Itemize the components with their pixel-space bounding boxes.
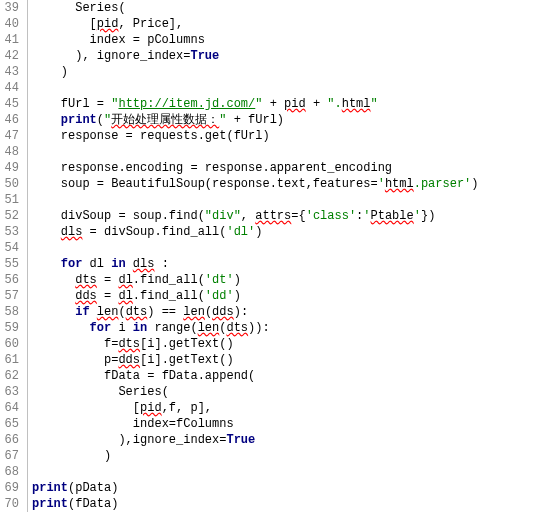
line-number: 65 [4, 416, 19, 432]
code-token: ' [414, 209, 421, 223]
code-token: response = requests.get(fUrl) [61, 129, 270, 143]
code-token: index=fColumns [133, 417, 234, 431]
code-token: [ [133, 401, 140, 415]
code-token: dds [118, 353, 140, 367]
line-number: 58 [4, 304, 19, 320]
code-line[interactable] [32, 80, 541, 96]
line-number: 55 [4, 256, 19, 272]
code-line[interactable]: dls = divSoup.find_all('dl') [32, 224, 541, 240]
code-token: for [90, 321, 112, 335]
line-number: 61 [4, 352, 19, 368]
code-token: dts [75, 273, 97, 287]
code-token: fUrl = [61, 97, 111, 111]
code-line[interactable]: ) [32, 448, 541, 464]
code-token: ),ignore_index= [118, 433, 226, 447]
code-token: = [97, 273, 119, 287]
code-token: ' [363, 209, 370, 223]
code-line[interactable]: for i in range(len(dts)): [32, 320, 541, 336]
code-token: , Price], [118, 17, 183, 31]
code-token: dts [118, 337, 140, 351]
line-number-gutter: 3940414243444546474849505152535455565758… [0, 0, 28, 512]
code-line[interactable]: p=dds[i].getText() [32, 352, 541, 368]
code-token: dts [226, 321, 248, 335]
code-line[interactable]: dds = dl.find_all('dd') [32, 288, 541, 304]
code-line[interactable] [32, 144, 541, 160]
code-line[interactable]: f=dts[i].getText() [32, 336, 541, 352]
code-token: if [75, 305, 89, 319]
code-token: Series( [75, 1, 125, 15]
code-token: in [111, 257, 125, 271]
code-line[interactable]: print("开始处理属性数据：" + fUrl) [32, 112, 541, 128]
code-line[interactable]: dts = dl.find_all('dt') [32, 272, 541, 288]
code-line[interactable]: ) [32, 64, 541, 80]
code-token: in [133, 321, 147, 335]
line-number: 41 [4, 32, 19, 48]
line-number: 69 [4, 480, 19, 496]
code-line[interactable] [32, 192, 541, 208]
code-token: .find_all( [133, 289, 205, 303]
code-line[interactable] [32, 240, 541, 256]
code-token: ( [205, 305, 212, 319]
code-token: dds [212, 305, 234, 319]
code-line[interactable]: fData = fData.append( [32, 368, 541, 384]
code-line[interactable]: if len(dts) == len(dds): [32, 304, 541, 320]
code-token: 'dt' [205, 273, 234, 287]
code-line[interactable]: soup = BeautifulSoup(response.text,featu… [32, 176, 541, 192]
code-token: 'dl' [226, 225, 255, 239]
line-number: 44 [4, 80, 19, 96]
code-token: dts [126, 305, 148, 319]
code-line[interactable]: print(pData) [32, 480, 541, 496]
code-token: ( [118, 305, 125, 319]
line-number: 47 [4, 128, 19, 144]
code-line[interactable]: fUrl = "http://item.jd.com/" + pid + ".h… [32, 96, 541, 112]
code-line[interactable]: [pid,f, p], [32, 400, 541, 416]
code-token: ) [234, 273, 241, 287]
code-token: [i].getText() [140, 353, 234, 367]
code-line[interactable]: response = requests.get(fUrl) [32, 128, 541, 144]
code-token: }) [421, 209, 435, 223]
code-line[interactable]: index=fColumns [32, 416, 541, 432]
line-number: 63 [4, 384, 19, 400]
line-number: 67 [4, 448, 19, 464]
code-token: 开始处理属性数据： [111, 113, 219, 127]
code-token: [ [90, 17, 97, 31]
code-line[interactable]: print(fData) [32, 496, 541, 512]
line-number: 70 [4, 496, 19, 512]
code-line[interactable]: Series( [32, 384, 541, 400]
code-line[interactable]: [pid, Price], [32, 16, 541, 32]
code-line[interactable]: Series( [32, 0, 541, 16]
code-line[interactable]: for dl in dls : [32, 256, 541, 272]
code-editor-area[interactable]: Series( [pid, Price], index = pColumns )… [28, 0, 541, 512]
code-line[interactable]: divSoup = soup.find("div", attrs={'class… [32, 208, 541, 224]
code-line[interactable]: ), ignore_index=True [32, 48, 541, 64]
code-token: ={ [291, 209, 305, 223]
line-number: 54 [4, 240, 19, 256]
line-number: 46 [4, 112, 19, 128]
code-token: soup = BeautifulSoup(response.text,featu… [61, 177, 378, 191]
code-token: True [226, 433, 255, 447]
line-number: 45 [4, 96, 19, 112]
code-line[interactable] [32, 464, 541, 480]
line-number: 56 [4, 272, 19, 288]
code-token: ( [97, 113, 104, 127]
code-token: response.encoding = response.apparent_en… [61, 161, 392, 175]
code-line[interactable]: response.encoding = response.apparent_en… [32, 160, 541, 176]
code-token: dl [118, 273, 132, 287]
code-token: = divSoup.find_all( [82, 225, 226, 239]
code-line[interactable]: ),ignore_index=True [32, 432, 541, 448]
line-number: 66 [4, 432, 19, 448]
code-token: ' [378, 177, 385, 191]
line-number: 39 [4, 0, 19, 16]
code-token: for [61, 257, 83, 271]
code-token: fData = fData.append( [104, 369, 255, 383]
code-token: html [385, 177, 414, 191]
line-number: 59 [4, 320, 19, 336]
code-token: dl [82, 257, 111, 271]
line-number: 40 [4, 16, 19, 32]
code-token: print [61, 113, 97, 127]
code-line[interactable]: index = pColumns [32, 32, 541, 48]
code-token: ): [234, 305, 248, 319]
code-token [90, 305, 97, 319]
line-number: 51 [4, 192, 19, 208]
code-token: html [342, 97, 371, 111]
